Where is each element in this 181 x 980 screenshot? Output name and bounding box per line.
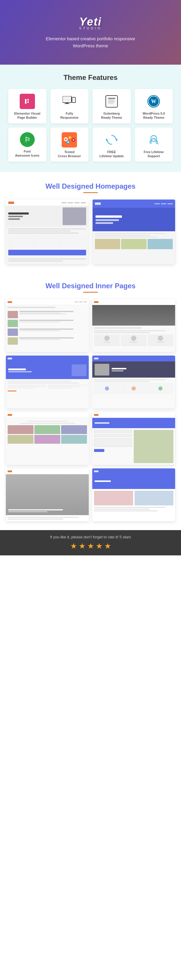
mock-home1-content	[6, 227, 89, 236]
pi6	[61, 435, 87, 444]
blog-nav	[75, 301, 87, 302]
bt3	[19, 313, 67, 314]
about-preview	[6, 356, 89, 409]
features-grid: Elementor VisualPage Builder FullyRespon…	[8, 89, 173, 162]
footer-rating: If you like it, please don't forget to r…	[0, 530, 181, 555]
elementor-svg	[23, 97, 32, 106]
i2r1	[94, 507, 165, 508]
crossbrowser-svg	[62, 134, 76, 146]
content-row2	[8, 231, 70, 232]
acr5	[48, 386, 79, 387]
about-r2	[8, 383, 79, 383]
i1t1	[8, 509, 63, 511]
features-section: Theme Features Elementor VisualPage Buil…	[0, 65, 181, 172]
team-header	[92, 299, 175, 305]
svg-marker-32	[105, 138, 107, 142]
star1: ★	[70, 542, 77, 551]
mock-home1-footer-content	[6, 256, 89, 264]
cf1	[94, 430, 132, 433]
mock-about	[6, 356, 89, 409]
bt9	[19, 339, 60, 340]
blog-text2	[19, 320, 87, 322]
inner1-text	[8, 509, 86, 512]
svg-rect-6	[65, 103, 68, 103]
team-cards	[94, 334, 173, 346]
card1	[8, 238, 33, 247]
blog-content	[6, 305, 89, 352]
sht1	[112, 368, 126, 369]
feature-fontawesome: ⚐ FontAwesome Icons	[8, 127, 46, 162]
inner-pages-title: Well Designed Inner Pages	[6, 282, 175, 290]
homepages-grid	[6, 199, 175, 264]
inner2-logo	[94, 471, 98, 472]
service-cards	[94, 383, 173, 393]
ah1	[8, 369, 26, 370]
content-row5	[8, 260, 63, 261]
mock-inner1	[6, 468, 89, 521]
svg-rect-0	[23, 97, 32, 106]
sr2	[94, 381, 149, 382]
acr4	[48, 385, 87, 385]
pi2	[34, 425, 60, 434]
about-col2	[48, 385, 87, 389]
contact-content	[92, 428, 175, 465]
blog-item3	[8, 329, 87, 336]
svg-rect-15	[108, 101, 114, 102]
svg-text:W: W	[151, 99, 156, 104]
tc3	[148, 334, 173, 346]
about-header	[6, 356, 89, 361]
contact-map	[134, 430, 173, 463]
svg-rect-9	[73, 98, 75, 101]
responsive-icon	[62, 94, 77, 109]
feature-elementor: Elementor VisualPage Builder	[8, 89, 46, 123]
wordpress-svg: W	[147, 95, 160, 108]
inner1-logo	[8, 471, 12, 472]
mock-home1-nav	[62, 202, 86, 204]
wordpress-label: WordPress 5.0Ready Theme	[143, 111, 165, 120]
inner2-header	[92, 468, 175, 474]
svg-rect-2	[27, 99, 29, 100]
sc2-icon	[132, 387, 136, 391]
inner-pages-underline	[83, 292, 98, 293]
svg-rect-7	[64, 103, 70, 104]
p2-ht1	[95, 215, 122, 218]
homepages-title: Well Designed Homepages	[6, 182, 175, 191]
content-row4	[8, 258, 86, 259]
mock-home1-herotext	[8, 212, 29, 220]
i1t2	[8, 511, 47, 512]
svg-point-28	[73, 139, 75, 141]
content-row1	[8, 228, 86, 229]
mock-home2-herotext	[95, 215, 122, 224]
i1c2	[8, 519, 63, 520]
contact-hero	[92, 418, 175, 428]
svg-rect-14	[108, 100, 114, 100]
hero-content: Yeti STUDIO Elementor based creative por…	[40, 16, 141, 49]
acr1	[8, 385, 47, 385]
nav-item3	[75, 202, 79, 204]
pi1	[8, 425, 33, 434]
mock-home1-hero	[6, 206, 89, 227]
about-col1	[8, 385, 47, 389]
gutenberg-icon	[104, 94, 119, 109]
svg-marker-31	[116, 138, 118, 142]
mock-service	[92, 356, 175, 409]
inner2-imgs	[94, 491, 173, 506]
hero-section: Yeti STUDIO Elementor based creative por…	[0, 0, 181, 65]
service-ht	[112, 368, 173, 371]
i2r2	[94, 509, 149, 509]
sc1-icon	[105, 387, 109, 391]
blog-logo	[8, 301, 12, 303]
gutenberg-label: GutenbergReady Theme	[101, 111, 122, 120]
svg-rect-1	[25, 99, 27, 104]
about-cols	[8, 385, 87, 389]
sc2	[121, 383, 146, 393]
homepage1-preview	[6, 199, 89, 264]
star5: ★	[104, 542, 111, 551]
bt5	[19, 321, 60, 322]
portfolio-logo	[8, 414, 12, 416]
wordpress-icon: W	[146, 94, 161, 109]
feature-crossbrowser: TestedCross Browser	[51, 127, 89, 162]
feature-update: FREELifetime Update	[92, 127, 131, 162]
mock-home2	[92, 199, 175, 264]
team-row2	[94, 332, 149, 333]
